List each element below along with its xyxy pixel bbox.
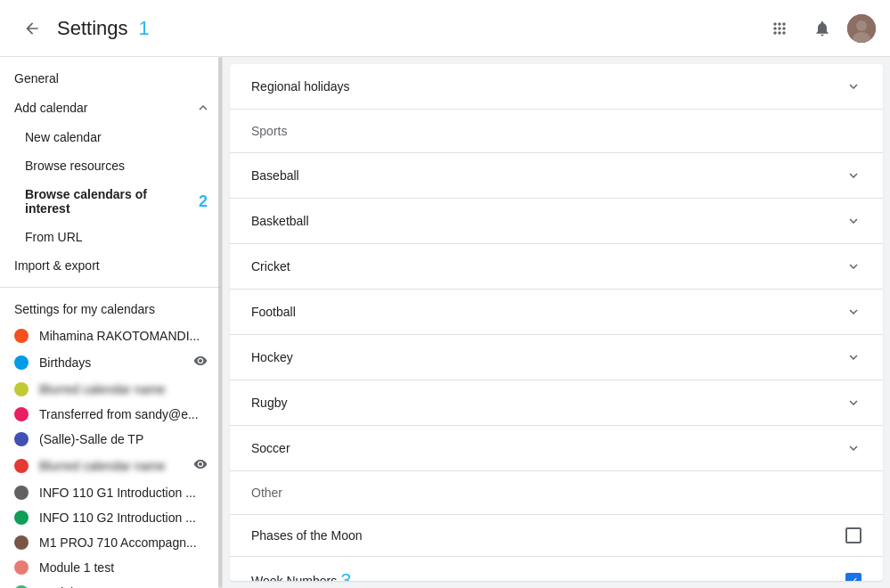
- main-panel: Regional holidays Sports BaseballBasketb…: [230, 64, 883, 581]
- sidebar-item-from-url[interactable]: From URL: [0, 223, 222, 251]
- main-content: General Add calendar New calendar Browse…: [0, 57, 890, 588]
- sidebar: General Add calendar New calendar Browse…: [0, 57, 223, 588]
- notifications-button[interactable]: [804, 11, 840, 46]
- regional-holidays-label: Regional holidays: [251, 79, 350, 94]
- calendar-color-dot: [14, 510, 29, 525]
- sidebar-item-import-export[interactable]: Import & export: [0, 251, 222, 280]
- hockey-label: Hockey: [251, 350, 293, 364]
- sports-item-rugby[interactable]: Rugby: [230, 380, 883, 426]
- item-number-badge: 3: [340, 569, 351, 581]
- calendar-color-dot: [14, 329, 29, 343]
- sports-item-soccer[interactable]: Soccer: [230, 426, 883, 471]
- other-list: Phases of the MoonWeek Numbers3: [230, 515, 883, 581]
- sports-item-hockey[interactable]: Hockey: [230, 335, 883, 380]
- calendar-color-dot: [14, 535, 29, 550]
- calendar-row[interactable]: (Salle)-Salle de TP: [0, 427, 222, 452]
- page-title: Settings: [57, 17, 128, 40]
- calendar-name: Blurred calendar name: [39, 459, 183, 473]
- calendar-visibility-icon: [193, 354, 208, 372]
- regional-holidays-row[interactable]: Regional holidays: [230, 64, 883, 110]
- calendar-row[interactable]: Module 1 test: [0, 555, 222, 580]
- calendar-color-dot: [14, 382, 29, 396]
- calendar-name: Birthdays: [39, 355, 183, 370]
- calendar-row[interactable]: Blurred calendar name: [0, 377, 222, 402]
- calendar-name: INFO 110 G2 Introduction ...: [39, 510, 208, 525]
- phases-moon-label: Phases of the Moon: [251, 528, 363, 543]
- calendar-color-dot: [14, 407, 29, 421]
- calendar-color-dot: [14, 486, 29, 500]
- calendar-row[interactable]: INFO 110 G1 Introduction ...: [0, 480, 222, 505]
- calendar-visibility-icon: [193, 457, 208, 475]
- calendar-row[interactable]: INFO 110 G2 Introduction ...: [0, 505, 222, 530]
- cricket-chevron: [845, 258, 861, 274]
- rugby-label: Rugby: [251, 396, 287, 410]
- sidebar-item-browse-calendars[interactable]: Browse calendars of interest 2: [0, 180, 222, 223]
- regional-holidays-chevron: [845, 78, 861, 94]
- general-section-title: General: [0, 57, 222, 93]
- sports-item-cricket[interactable]: Cricket: [230, 244, 883, 290]
- scrollbar[interactable]: [218, 57, 222, 588]
- calendar-row[interactable]: Birthdays: [0, 348, 222, 377]
- soccer-label: Soccer: [251, 441, 290, 455]
- add-calendar-label: Add calendar: [14, 101, 88, 115]
- other-item-phases-moon[interactable]: Phases of the Moon: [230, 515, 883, 557]
- sidebar-item-new-calendar[interactable]: New calendar: [0, 123, 222, 151]
- sports-section-header: Sports: [230, 110, 883, 153]
- calendar-row[interactable]: Mihamina RAKOTOMANDI...: [0, 323, 222, 348]
- calendar-name: M1 PROJ 710 Accompagn...: [39, 535, 208, 550]
- calendar-row[interactable]: Blurred calendar name: [0, 452, 222, 480]
- sidebar-item-browse-resources[interactable]: Browse resources: [0, 151, 222, 180]
- calendar-list: Mihamina RAKOTOMANDI...BirthdaysBlurred …: [0, 323, 222, 588]
- sports-item-football[interactable]: Football: [230, 290, 883, 335]
- sports-item-baseball[interactable]: Baseball: [230, 153, 883, 199]
- week-numbers-label: Week Numbers: [251, 574, 337, 581]
- calendar-color-dot: [14, 560, 29, 575]
- other-section-header: Other: [230, 471, 883, 515]
- cricket-label: Cricket: [251, 259, 290, 274]
- calendar-name: (Salle)-Salle de TP: [39, 432, 208, 446]
- sports-list: BaseballBasketballCricketFootballHockeyR…: [230, 153, 883, 471]
- basketball-label: Basketball: [251, 214, 309, 228]
- header-left: Settings 1: [14, 11, 762, 46]
- baseball-chevron: [845, 167, 861, 184]
- calendar-color-dot: [14, 459, 29, 473]
- soccer-chevron: [845, 440, 861, 456]
- rugby-chevron: [845, 395, 861, 411]
- sports-item-basketball[interactable]: Basketball: [230, 199, 883, 244]
- hockey-chevron: [845, 349, 861, 365]
- calendar-color-dot: [14, 432, 29, 446]
- add-calendar-toggle[interactable]: Add calendar: [0, 93, 222, 123]
- week-numbers-checkbox[interactable]: [845, 573, 861, 581]
- phases-moon-checkbox[interactable]: [845, 527, 861, 543]
- calendar-name: Transferred from sandy@e...: [39, 407, 208, 421]
- calendar-row[interactable]: Module 2: [0, 580, 222, 588]
- baseball-label: Baseball: [251, 168, 299, 183]
- expand-less-icon: [195, 100, 211, 116]
- football-chevron: [845, 304, 861, 320]
- svg-point-1: [856, 20, 867, 31]
- calendar-row[interactable]: Transferred from sandy@e...: [0, 402, 222, 427]
- my-calendars-title: Settings for my calendars: [0, 295, 222, 323]
- football-label: Football: [251, 305, 296, 319]
- sidebar-number-badge: 2: [199, 192, 208, 211]
- header-number: 1: [139, 17, 150, 40]
- calendar-name: Module 1 test: [39, 560, 208, 575]
- calendar-color-dot: [14, 355, 29, 370]
- back-button[interactable]: [14, 11, 50, 46]
- calendar-name: Mihamina RAKOTOMANDI...: [39, 329, 208, 343]
- calendar-row[interactable]: M1 PROJ 710 Accompagn...: [0, 530, 222, 555]
- add-calendar-group: Add calendar New calendar Browse resourc…: [0, 93, 222, 251]
- calendar-name: INFO 110 G1 Introduction ...: [39, 486, 208, 500]
- app-header: Settings 1: [0, 0, 890, 57]
- calendar-name: Blurred calendar name: [39, 382, 208, 396]
- other-item-week-numbers[interactable]: Week Numbers3: [230, 557, 883, 581]
- user-avatar[interactable]: [847, 14, 876, 43]
- apps-button[interactable]: [762, 11, 797, 46]
- basketball-chevron: [845, 213, 861, 229]
- sidebar-divider: [0, 287, 222, 288]
- header-actions: [762, 11, 876, 46]
